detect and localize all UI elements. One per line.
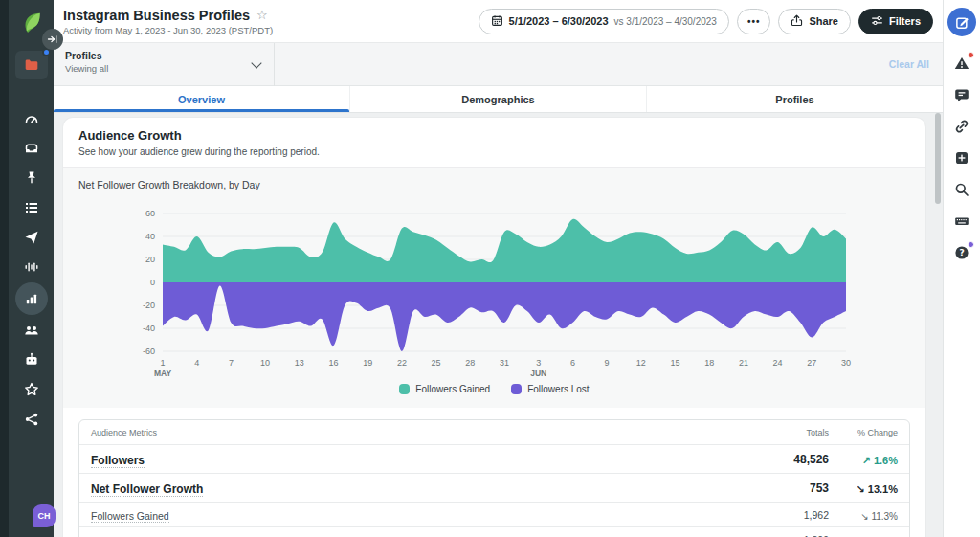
alerts-icon[interactable] bbox=[948, 50, 975, 77]
messages-icon[interactable] bbox=[948, 81, 975, 108]
table-header-row: Audience Metrics Totals % Change bbox=[79, 420, 909, 445]
table-header-totals: Totals bbox=[741, 428, 829, 437]
svg-text:13: 13 bbox=[295, 358, 304, 368]
legend-followers-gained[interactable]: Followers Gained bbox=[399, 384, 490, 394]
sidebar-item-publishing-icon[interactable] bbox=[17, 223, 46, 252]
svg-text:6: 6 bbox=[570, 358, 575, 368]
right-utility-sidebar: ? bbox=[943, 0, 980, 537]
svg-text:JUN: JUN bbox=[530, 369, 546, 378]
metric-row-followers-lost: Followers Lost1,209↘ 10% bbox=[79, 527, 909, 537]
svg-text:7: 7 bbox=[229, 358, 234, 368]
metric-total: 1,962 bbox=[741, 509, 829, 521]
metric-label[interactable]: Net Follower Growth bbox=[91, 482, 203, 497]
svg-text:24: 24 bbox=[773, 358, 783, 368]
svg-text:31: 31 bbox=[500, 358, 509, 368]
tab-demographics[interactable]: Demographics bbox=[350, 86, 647, 112]
metric-row-followers: Followers48,526↗ 1.6% bbox=[79, 445, 909, 474]
chart-title: Net Follower Growth Breakdown, by Day bbox=[63, 179, 925, 190]
svg-text:28: 28 bbox=[465, 358, 475, 368]
main-area: Instagram Business Profiles ☆ Activity f… bbox=[54, 0, 943, 537]
sidebar-item-pin-icon[interactable] bbox=[17, 164, 46, 192]
metric-label[interactable]: Followers Gained bbox=[91, 510, 169, 523]
metric-total: 48,526 bbox=[741, 453, 829, 466]
svg-text:16: 16 bbox=[328, 358, 338, 368]
sidebar-item-advocacy-icon[interactable] bbox=[17, 375, 46, 404]
sidebar-item-network-icon[interactable] bbox=[17, 405, 46, 434]
sprout-leaf-logo-icon[interactable] bbox=[19, 11, 44, 35]
tab-profiles[interactable]: Profiles bbox=[647, 86, 943, 112]
sidebar-item-dashboard-icon[interactable] bbox=[17, 104, 46, 133]
keyboard-icon[interactable] bbox=[948, 208, 975, 235]
collapse-sidebar-button[interactable] bbox=[42, 29, 63, 50]
help-badge-dot bbox=[968, 241, 974, 248]
svg-text:27: 27 bbox=[807, 358, 816, 368]
svg-text:30: 30 bbox=[841, 358, 851, 368]
table-header-change: % Change bbox=[829, 428, 898, 437]
sidebar-item-reports-icon[interactable] bbox=[15, 282, 48, 315]
tab-overview[interactable]: Overview bbox=[54, 86, 350, 112]
alerts-badge-dot bbox=[968, 52, 974, 58]
svg-text:9: 9 bbox=[605, 358, 610, 368]
svg-text:40: 40 bbox=[145, 232, 155, 241]
svg-text:1: 1 bbox=[160, 358, 165, 368]
page-title: Instagram Business Profiles bbox=[63, 8, 250, 23]
vertical-scrollbar[interactable] bbox=[935, 113, 941, 204]
report-header: Instagram Business Profiles ☆ Activity f… bbox=[54, 0, 943, 43]
metric-total: 753 bbox=[741, 481, 829, 495]
metric-change: ↘ 13.1% bbox=[857, 483, 898, 495]
sidebar-item-bot-icon[interactable] bbox=[17, 346, 46, 374]
date-range-button[interactable]: 5/1/2023 – 6/30/2023 vs 3/1/2023 – 4/30/… bbox=[479, 9, 729, 34]
share-button[interactable]: Share bbox=[778, 9, 851, 34]
date-range-primary: 5/1/2023 – 6/30/2023 bbox=[509, 15, 609, 27]
share-icon bbox=[791, 14, 803, 29]
svg-text:22: 22 bbox=[397, 358, 407, 368]
svg-text:12: 12 bbox=[636, 358, 646, 368]
filters-button[interactable]: Filters bbox=[858, 9, 933, 34]
metric-change: ↗ 1.6% bbox=[862, 455, 898, 466]
report-content: Audience Growth See how your audience gr… bbox=[54, 113, 943, 537]
section-title: Audience Growth bbox=[78, 128, 910, 143]
sidebar-item-inbox-icon[interactable] bbox=[17, 134, 46, 163]
section-subtitle: See how your audience grew during the re… bbox=[78, 146, 910, 157]
svg-text:20: 20 bbox=[145, 255, 155, 264]
add-icon[interactable] bbox=[948, 145, 975, 171]
svg-text:-40: -40 bbox=[143, 324, 155, 333]
metric-row-followers-gained: Followers Gained1,962↘ 11.3% bbox=[79, 503, 909, 527]
favorite-star-icon[interactable]: ☆ bbox=[256, 8, 268, 22]
audience-metrics-table: Audience Metrics Totals % Change Followe… bbox=[78, 419, 910, 537]
metric-change: ↘ 11.3% bbox=[860, 511, 898, 522]
clear-all-link[interactable]: Clear All bbox=[889, 58, 943, 70]
net-follower-growth-chart: Net Follower Growth Breakdown, by Day 60… bbox=[63, 167, 925, 408]
svg-text:10: 10 bbox=[260, 358, 270, 368]
svg-text:21: 21 bbox=[739, 358, 748, 368]
help-icon[interactable]: ? bbox=[948, 239, 975, 266]
svg-text:19: 19 bbox=[363, 358, 372, 368]
workspace-folder-icon[interactable] bbox=[15, 51, 48, 79]
compose-icon[interactable] bbox=[947, 8, 976, 36]
audience-growth-card: Audience Growth See how your audience gr… bbox=[63, 118, 925, 537]
metric-row-net-follower-growth: Net Follower Growth753↘ 13.1% bbox=[79, 474, 909, 503]
sidebar-item-audience-icon[interactable] bbox=[17, 316, 46, 345]
sidebar-item-feeds-icon[interactable] bbox=[17, 193, 46, 222]
svg-text:4: 4 bbox=[194, 358, 199, 368]
svg-text:15: 15 bbox=[670, 358, 679, 368]
svg-text:MAY: MAY bbox=[154, 369, 171, 378]
svg-text:-20: -20 bbox=[143, 301, 155, 310]
link-icon[interactable] bbox=[948, 113, 975, 140]
table-header-metrics: Audience Metrics bbox=[91, 428, 741, 437]
legend-followers-lost[interactable]: Followers Lost bbox=[511, 384, 589, 394]
metric-label[interactable]: Followers bbox=[91, 454, 145, 468]
more-options-button[interactable]: ••• bbox=[737, 9, 771, 34]
legend-dot-icon bbox=[511, 384, 522, 394]
search-icon[interactable] bbox=[948, 176, 975, 203]
app-window: CH Instagram Business Profiles ☆ Activit… bbox=[0, 0, 980, 537]
report-tabs: OverviewDemographicsProfiles bbox=[54, 86, 943, 113]
sidebar-item-listening-icon[interactable] bbox=[17, 253, 46, 281]
profiles-dropdown[interactable]: Profiles Viewing all bbox=[54, 43, 275, 86]
profiles-filter-bar: Profiles Viewing all Clear All bbox=[54, 43, 943, 86]
legend-dot-icon bbox=[399, 384, 410, 394]
svg-text:60: 60 bbox=[145, 209, 155, 218]
area-chart: 6040200-20-40-601MAY4710131619222528313J… bbox=[63, 194, 925, 382]
user-avatar[interactable]: CH bbox=[33, 504, 56, 527]
filters-sliders-icon bbox=[871, 14, 883, 29]
